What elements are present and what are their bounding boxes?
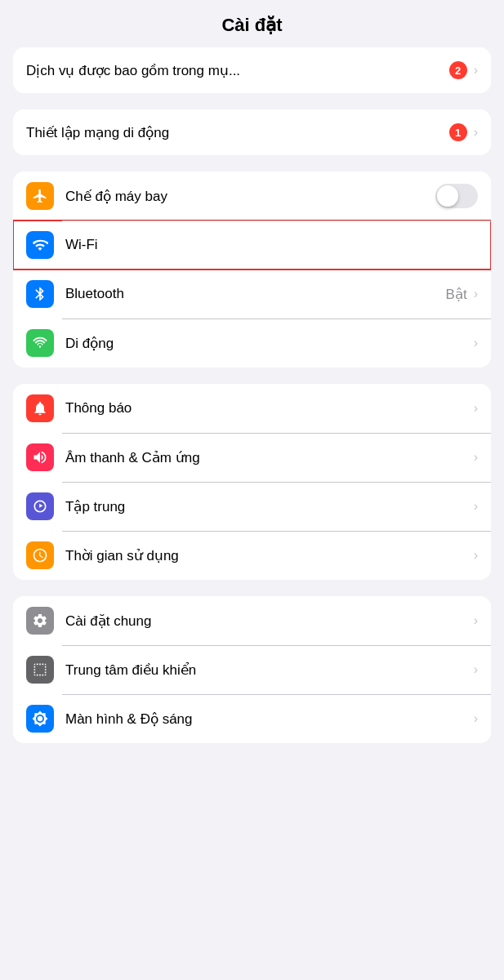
notifications-row[interactable]: Thông báo ›: [13, 384, 491, 433]
general-card: Cài đặt chung › Trung tâm điều khiển › M…: [13, 596, 491, 743]
bluetooth-value: Bật: [446, 286, 467, 303]
bluetooth-label: Bluetooth: [65, 286, 446, 302]
notifications-label: Thông báo: [65, 400, 472, 416]
control-center-label: Trung tâm điều khiển: [65, 662, 472, 679]
focus-icon: [26, 492, 54, 520]
mobile-setup-card: Thiết lập mạng di động 1 ›: [13, 109, 491, 155]
cellular-label: Di động: [65, 335, 472, 352]
bluetooth-right: Bật ›: [446, 286, 478, 303]
mobile-setup-right: 1 ›: [449, 123, 478, 141]
sound-label: Âm thanh & Cảm ứng: [65, 449, 472, 466]
general-right: ›: [472, 613, 478, 628]
screentime-right: ›: [472, 548, 478, 563]
mobile-setup-label: Thiết lập mạng di động: [26, 124, 449, 141]
notifications-right: ›: [472, 401, 478, 416]
wifi-label: Wi-Fi: [65, 237, 478, 253]
chevron-icon: ›: [474, 613, 478, 628]
sound-right: ›: [472, 450, 478, 465]
subscriptions-label: Dịch vụ được bao gồm trong mụ...: [26, 62, 449, 79]
focus-label: Tập trung: [65, 498, 472, 515]
general-icon: [26, 607, 54, 635]
subscriptions-row[interactable]: Dịch vụ được bao gồm trong mụ... 2 ›: [13, 47, 491, 93]
display-right: ›: [472, 711, 478, 726]
bluetooth-icon: [26, 280, 54, 308]
display-label: Màn hình & Độ sáng: [65, 710, 472, 728]
screentime-label: Thời gian sử dụng: [65, 547, 472, 564]
screentime-icon: [26, 541, 54, 569]
display-icon: [26, 705, 54, 733]
wifi-row[interactable]: Wi-Fi: [13, 220, 491, 270]
cellular-right: ›: [472, 336, 478, 350]
control-center-icon: [26, 656, 54, 684]
bluetooth-row[interactable]: Bluetooth Bật ›: [13, 270, 491, 318]
chevron-icon: ›: [474, 662, 478, 677]
chevron-icon: ›: [474, 125, 478, 140]
notifications-card: Thông báo › Âm thanh & Cảm ứng › Tập tru…: [13, 384, 491, 580]
airplane-toggle[interactable]: [435, 184, 478, 208]
notifications-icon: [26, 394, 54, 422]
control-center-right: ›: [472, 662, 478, 677]
toggle-knob: [437, 185, 458, 207]
airplane-row[interactable]: Chế độ máy bay: [13, 172, 491, 220]
page-title: Cài đặt: [0, 0, 504, 47]
chevron-icon: ›: [474, 711, 478, 726]
sound-icon: [26, 443, 54, 471]
mobile-setup-badge: 1: [449, 123, 467, 141]
focus-row[interactable]: Tập trung ›: [13, 482, 491, 531]
subscriptions-badge: 2: [449, 61, 467, 79]
subscriptions-right: 2 ›: [449, 61, 478, 79]
focus-right: ›: [472, 499, 478, 514]
chevron-icon: ›: [474, 287, 478, 301]
general-row[interactable]: Cài đặt chung ›: [13, 596, 491, 645]
connectivity-card: Chế độ máy bay Wi-Fi Bluetooth Bật ›: [13, 172, 491, 368]
subscriptions-card: Dịch vụ được bao gồm trong mụ... 2 ›: [13, 47, 491, 93]
display-row[interactable]: Màn hình & Độ sáng ›: [13, 694, 491, 743]
wifi-icon: [26, 231, 54, 259]
chevron-icon: ›: [474, 63, 478, 78]
chevron-icon: ›: [474, 499, 478, 514]
chevron-icon: ›: [474, 450, 478, 465]
chevron-icon: ›: [474, 548, 478, 563]
airplane-label: Chế độ máy bay: [65, 188, 435, 205]
chevron-icon: ›: [474, 336, 478, 350]
sound-row[interactable]: Âm thanh & Cảm ứng ›: [13, 433, 491, 482]
cellular-icon: [26, 329, 54, 357]
chevron-icon: ›: [474, 401, 478, 416]
airplane-icon: [26, 182, 54, 210]
control-center-row[interactable]: Trung tâm điều khiển ›: [13, 645, 491, 694]
mobile-setup-row[interactable]: Thiết lập mạng di động 1 ›: [13, 109, 491, 155]
cellular-row[interactable]: Di động ›: [13, 318, 491, 368]
general-label: Cài đặt chung: [65, 612, 472, 630]
screentime-row[interactable]: Thời gian sử dụng ›: [13, 531, 491, 580]
